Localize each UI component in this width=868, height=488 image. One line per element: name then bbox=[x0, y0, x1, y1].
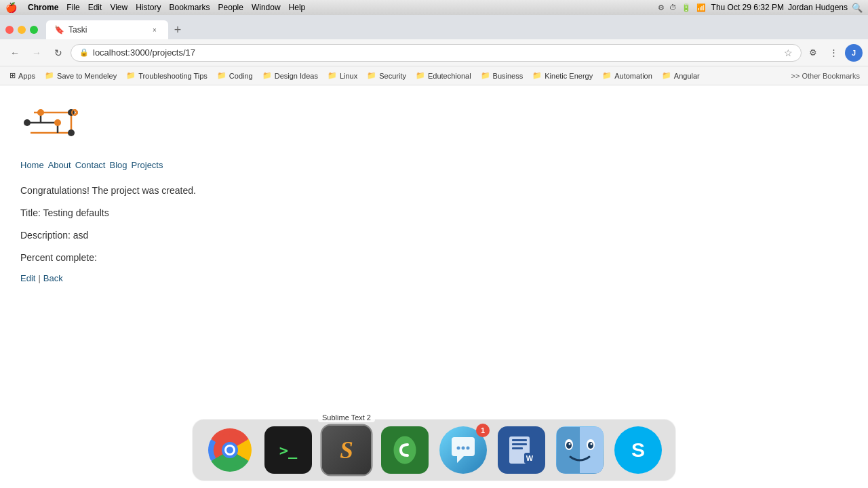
dock-item-finder[interactable] bbox=[556, 426, 604, 474]
blog-link[interactable]: Blog bbox=[109, 160, 127, 170]
bookmark-angular[interactable]: 📁 Angular bbox=[658, 70, 704, 81]
tab-title: Taski bbox=[68, 25, 87, 35]
maximize-button[interactable] bbox=[30, 26, 38, 34]
bookmark-label: Edutechional bbox=[428, 72, 471, 80]
dock-item-messages[interactable]: 1 bbox=[439, 426, 487, 474]
minimize-button[interactable] bbox=[18, 26, 26, 34]
dock-item-word[interactable]: W bbox=[498, 426, 545, 474]
bookmark-label: Business bbox=[493, 72, 524, 80]
puzzle-icon: ⚙ bbox=[809, 47, 817, 58]
bookmark-label: Automation bbox=[614, 72, 652, 80]
tab-close-button[interactable]: × bbox=[149, 24, 160, 35]
svg-point-22 bbox=[457, 447, 460, 450]
bookmark-mendeley[interactable]: 📁 Save to Mendeley bbox=[41, 70, 121, 81]
messages-dock-icon: 1 bbox=[439, 426, 487, 474]
menubar-help[interactable]: Help bbox=[289, 3, 306, 12]
menubar-right: ⚙ ⏱ 🔋 📶 Thu Oct 29 6:32 PM Jordan Hudgen… bbox=[658, 3, 863, 13]
back-icon: ← bbox=[10, 47, 20, 58]
back-button[interactable]: ← bbox=[5, 43, 24, 62]
bookmarks-overflow[interactable]: >> Other Bookmarks bbox=[789, 70, 863, 81]
star-icon[interactable]: ☆ bbox=[784, 47, 793, 58]
menubar-window[interactable]: Window bbox=[252, 3, 281, 12]
projects-link[interactable]: Projects bbox=[132, 160, 163, 170]
folder-icon: 📁 bbox=[262, 71, 272, 80]
nav-right-icons: ⚙ ⋮ J bbox=[804, 44, 863, 62]
dock-overlay: >_ Sublime Text 2 S bbox=[0, 386, 868, 488]
taski-logo bbox=[20, 99, 102, 146]
menubar-edit[interactable]: Edit bbox=[88, 3, 102, 12]
apple-menu-icon[interactable]: 🍎 bbox=[5, 2, 17, 13]
apps-icon: ⊞ bbox=[9, 71, 16, 80]
menubar-file[interactable]: File bbox=[66, 3, 79, 12]
edit-back-links: Edit | Back bbox=[20, 273, 848, 283]
menubar-left: 🍎 Chrome File Edit View History Bookmark… bbox=[5, 2, 305, 13]
dock-item-terminal[interactable]: >_ bbox=[264, 426, 312, 474]
percent-label: Percent complete: bbox=[20, 252, 97, 263]
link-separator: | bbox=[38, 273, 40, 283]
messages-badge: 1 bbox=[476, 424, 490, 437]
bookmark-design[interactable]: 📁 Design Ideas bbox=[258, 70, 322, 81]
bookmark-label: Kinetic Energy bbox=[545, 72, 593, 80]
home-link[interactable]: Home bbox=[20, 160, 44, 170]
svg-rect-26 bbox=[512, 439, 527, 441]
bookmark-label: Design Ideas bbox=[275, 72, 318, 80]
success-message: Congratulations! The project was created… bbox=[20, 184, 848, 198]
dock: >_ Sublime Text 2 S bbox=[192, 419, 676, 481]
active-tab[interactable]: 🔖 Taski × bbox=[46, 20, 168, 39]
profile-button[interactable]: J bbox=[845, 44, 863, 62]
window-controls bbox=[5, 26, 38, 34]
contact-link[interactable]: Contact bbox=[75, 160, 106, 170]
bookmark-coding[interactable]: 📁 Coding bbox=[213, 70, 257, 81]
folder-icon: 📁 bbox=[602, 71, 612, 80]
close-button[interactable] bbox=[5, 26, 14, 34]
menubar-app-name[interactable]: Chrome bbox=[28, 3, 58, 12]
bookmark-edutechional[interactable]: 📁 Edutechional bbox=[412, 70, 475, 81]
bookmark-label: Angular bbox=[674, 72, 700, 80]
folder-icon: 📁 bbox=[45, 71, 54, 80]
back-link[interactable]: Back bbox=[43, 273, 63, 283]
menubar-view[interactable]: View bbox=[110, 3, 127, 12]
bookmark-automation[interactable]: 📁 Automation bbox=[598, 70, 656, 81]
new-tab-button[interactable]: + bbox=[168, 20, 187, 39]
folder-icon: 📁 bbox=[367, 71, 376, 80]
bookmark-kinetic[interactable]: 📁 Kinetic Energy bbox=[528, 70, 597, 81]
chrome-dock-icon bbox=[206, 426, 254, 474]
extensions-button[interactable]: ⚙ bbox=[804, 44, 822, 62]
bookmark-business[interactable]: 📁 Business bbox=[477, 70, 528, 81]
dock-item-skype[interactable]: S bbox=[614, 426, 662, 474]
edit-link[interactable]: Edit bbox=[20, 273, 35, 283]
profile-initial: J bbox=[852, 49, 856, 57]
tab-bar: 🔖 Taski × + bbox=[46, 20, 863, 39]
url-display: localhost:3000/projects/17 bbox=[93, 47, 780, 58]
folder-icon: 📁 bbox=[328, 71, 337, 80]
terminal-dock-icon: >_ bbox=[264, 426, 312, 474]
page-nav-links: Home About Contact Blog Projects bbox=[20, 160, 848, 170]
menubar-user: Jordan Hudgens bbox=[788, 3, 848, 12]
menubar-search-icon[interactable]: 🔍 bbox=[852, 3, 863, 13]
lock-icon: 🔒 bbox=[79, 48, 89, 57]
dock-item-chrome[interactable] bbox=[206, 426, 254, 474]
bookmark-linux[interactable]: 📁 Linux bbox=[323, 70, 361, 81]
bookmark-security[interactable]: 📁 Security bbox=[363, 70, 410, 81]
dock-label-sublime: Sublime Text 2 bbox=[318, 413, 375, 422]
cucumber-dock-icon bbox=[381, 426, 429, 474]
menubar-history[interactable]: History bbox=[136, 3, 161, 12]
dock-item-sublime[interactable]: Sublime Text 2 S bbox=[323, 426, 370, 474]
title-label: Title: bbox=[20, 207, 41, 218]
svg-point-36 bbox=[569, 443, 571, 445]
about-link[interactable]: About bbox=[48, 160, 71, 170]
chrome-frame: 🔖 Taski × + ← → ↻ 🔒 localhost:3000/proje… bbox=[0, 15, 868, 488]
bookmark-troubleshooting[interactable]: 📁 Troubleshooting Tips bbox=[122, 70, 212, 81]
forward-button[interactable]: → bbox=[27, 43, 46, 62]
chrome-menu-button[interactable]: ⋮ bbox=[825, 44, 842, 62]
menubar-bookmarks[interactable]: Bookmarks bbox=[170, 3, 210, 12]
bookmark-label: Coding bbox=[229, 72, 253, 80]
bookmark-label: Save to Mendeley bbox=[57, 72, 117, 80]
dock-item-cucumber[interactable] bbox=[381, 426, 429, 474]
navigation-bar: ← → ↻ 🔒 localhost:3000/projects/17 ☆ ⚙ ⋮… bbox=[0, 39, 868, 66]
bookmark-label: Troubleshooting Tips bbox=[138, 72, 208, 80]
menubar-people[interactable]: People bbox=[218, 3, 243, 12]
address-bar[interactable]: 🔒 localhost:3000/projects/17 ☆ bbox=[71, 44, 802, 62]
refresh-button[interactable]: ↻ bbox=[49, 43, 68, 62]
bookmark-apps[interactable]: ⊞ Apps bbox=[5, 70, 39, 81]
